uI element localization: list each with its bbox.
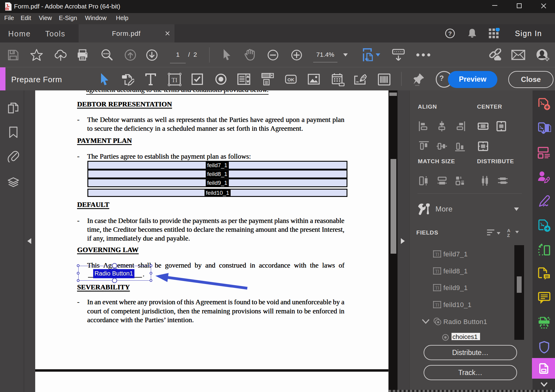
svg-text:PDF: PDF: [5, 8, 9, 10]
svg-text:Z: Z: [507, 233, 510, 237]
svg-text:TI: TI: [435, 303, 439, 307]
svg-text:TI: TI: [435, 269, 439, 274]
svg-text:?: ?: [448, 30, 452, 37]
svg-text:TI: TI: [435, 252, 439, 257]
svg-text:A: A: [507, 228, 510, 233]
svg-text:TI: TI: [435, 286, 439, 290]
svg-text:OK: OK: [287, 77, 294, 82]
svg-text:TI: TI: [172, 77, 178, 83]
